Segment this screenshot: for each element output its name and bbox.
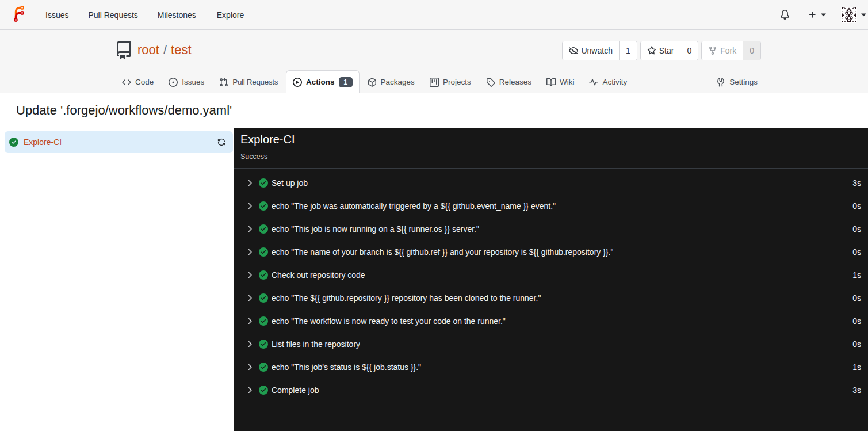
step-duration: 0s (843, 340, 861, 349)
tab-issues[interactable]: Issues (162, 70, 211, 93)
step-row[interactable]: List files in the repository 0s (234, 333, 868, 356)
unwatch-label: Unwatch (581, 46, 612, 55)
unwatch-button-group: Unwatch 1 (562, 41, 637, 60)
step-row[interactable]: echo "This job is now running on a ${{ r… (234, 218, 868, 241)
job-status-text: Success (240, 151, 861, 162)
job-name: Explore-CI (24, 138, 62, 147)
step-label: echo "The ${{ github.repository }} repos… (272, 293, 541, 303)
book-icon (546, 78, 556, 87)
chevron-right-icon (245, 224, 254, 234)
step-success-icon (259, 316, 268, 326)
steps-list: Set up job 3s echo "The job was automati… (234, 169, 868, 402)
step-success-icon (259, 386, 268, 395)
step-row[interactable]: echo "The name of your branch is ${{ git… (234, 241, 868, 264)
tab-pull-requests-label: Pull Requests (232, 78, 278, 86)
step-row[interactable]: Complete job 3s (234, 379, 868, 402)
step-row[interactable]: echo "This job's status is ${{ job.statu… (234, 356, 868, 379)
job-item-explore-ci[interactable]: Explore-CI (5, 131, 233, 153)
repo-header: root/test Unwatch 1 Star 0 Fork 0 Code I… (0, 30, 868, 93)
navbar-right (780, 7, 867, 23)
tab-code[interactable]: Code (115, 70, 160, 93)
step-duration: 0s (843, 293, 861, 303)
jobs-sidebar: Explore-CI (0, 128, 234, 431)
create-new-button[interactable] (808, 10, 827, 19)
star-icon (647, 46, 656, 55)
repo-icon (114, 41, 133, 59)
tab-activity-label: Activity (602, 78, 627, 86)
chevron-right-icon (245, 363, 254, 372)
tab-activity[interactable]: Activity (582, 70, 634, 93)
repo-action-buttons: Unwatch 1 Star 0 Fork 0 (562, 41, 761, 60)
chevron-right-icon (245, 340, 254, 349)
tab-projects-label: Projects (443, 78, 471, 86)
step-success-icon (259, 201, 268, 211)
repo-path-separator: / (163, 43, 167, 58)
step-success-icon (259, 293, 268, 303)
tab-code-label: Code (135, 78, 154, 86)
step-success-icon (259, 363, 268, 372)
step-row[interactable]: echo "The ${{ github.repository }} repos… (234, 287, 868, 310)
repo-owner-link[interactable]: root (137, 43, 159, 58)
tab-actions[interactable]: Actions1 (286, 70, 360, 93)
user-menu-button[interactable] (841, 7, 867, 23)
star-button[interactable]: Star (641, 41, 680, 60)
run-title: Update '.forgejo/workflows/demo.yaml' (0, 93, 868, 118)
step-success-icon (259, 247, 268, 257)
nav-item-explore[interactable]: Explore (217, 10, 244, 20)
step-label: echo "The workflow is now ready to test … (272, 316, 506, 326)
fork-button[interactable]: Fork (702, 41, 743, 60)
star-count[interactable]: 0 (680, 41, 698, 60)
step-label: echo "This job's status is ${{ job.statu… (272, 363, 421, 372)
tab-packages[interactable]: Packages (361, 70, 422, 93)
pr-icon (219, 78, 228, 87)
home-logo-link[interactable] (11, 6, 27, 22)
step-row[interactable]: echo "The job was automatically triggere… (234, 194, 868, 218)
nav-item-issues[interactable]: Issues (45, 10, 68, 20)
step-duration: 1s (843, 363, 861, 372)
project-icon (430, 78, 439, 87)
repo-name-link[interactable]: test (171, 43, 191, 58)
step-row[interactable]: echo "The workflow is now ready to test … (234, 310, 868, 333)
unwatch-button[interactable]: Unwatch (563, 41, 618, 60)
repo-tab-bar: Code Issues Pull Requests Actions1 Packa… (110, 70, 758, 93)
tab-settings[interactable]: Settings (709, 70, 764, 93)
tab-actions-label: Actions (306, 78, 335, 86)
notifications-button[interactable] (780, 10, 790, 20)
rerun-sync-icon (217, 138, 225, 146)
code-icon (122, 78, 131, 87)
pulse-icon (589, 78, 598, 87)
step-duration: 0s (843, 247, 861, 257)
fork-button-group: Fork 0 (701, 41, 761, 60)
step-label: List files in the repository (272, 340, 360, 349)
nav-item-pull-requests[interactable]: Pull Requests (88, 10, 137, 20)
tab-pull-requests[interactable]: Pull Requests (212, 70, 285, 93)
step-row[interactable]: Set up job 3s (234, 171, 868, 194)
chevron-right-icon (245, 316, 254, 326)
step-success-icon (259, 178, 268, 188)
fork-count[interactable]: 0 (743, 41, 760, 60)
step-duration: 0s (843, 201, 861, 211)
repo-title: root/test (137, 43, 192, 58)
step-duration: 0s (843, 224, 861, 234)
plus-icon (808, 10, 817, 19)
star-button-group: Star 0 (640, 41, 698, 60)
avatar (841, 7, 857, 23)
tab-releases-label: Releases (499, 78, 531, 86)
user-avatar-identicon (841, 7, 857, 23)
unwatch-count[interactable]: 1 (619, 41, 637, 60)
step-success-icon (259, 270, 268, 280)
play-icon (293, 78, 302, 87)
step-row[interactable]: Check out repository code 1s (234, 264, 868, 287)
dropdown-caret-icon (820, 11, 827, 18)
job-panel-title: Explore-CI (240, 131, 861, 147)
issue-icon (169, 78, 178, 87)
tab-projects[interactable]: Projects (423, 70, 478, 93)
actions-count-badge: 1 (339, 77, 353, 87)
tab-packages-label: Packages (381, 78, 415, 86)
nav-item-milestones[interactable]: Milestones (158, 10, 196, 20)
rerun-job-button[interactable] (217, 138, 225, 146)
chevron-right-icon (245, 293, 254, 303)
tab-releases[interactable]: Releases (479, 70, 538, 93)
chevron-right-icon (245, 386, 254, 395)
tab-wiki[interactable]: Wiki (540, 70, 582, 93)
